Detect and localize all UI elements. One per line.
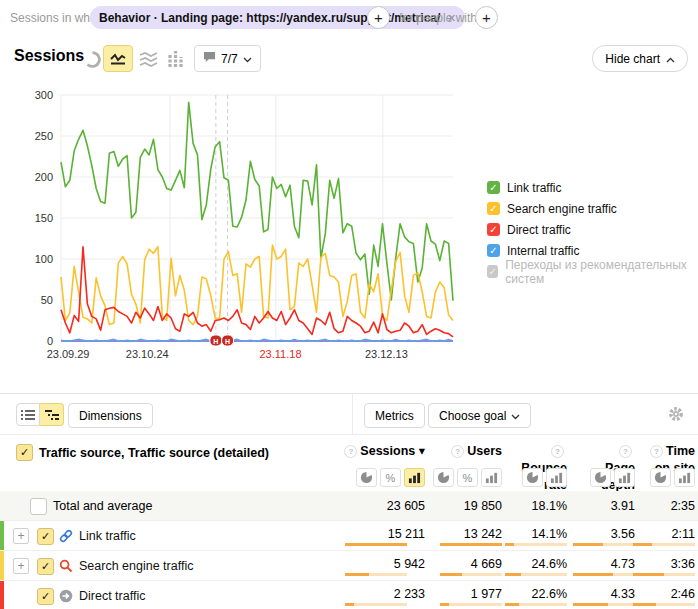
pie-chart-type-icon[interactable] xyxy=(84,51,104,67)
svg-text:200: 200 xyxy=(35,171,53,183)
plus-icon: + xyxy=(17,559,24,573)
percent-display-icon[interactable]: % xyxy=(380,468,401,487)
chevron-up-icon xyxy=(666,52,675,66)
legend-label: Link traffic xyxy=(507,181,561,195)
page-depth-display-toggles xyxy=(590,468,635,487)
svg-text:H: H xyxy=(213,338,218,345)
help-icon[interactable]: ? xyxy=(451,445,464,458)
legend-label: Переходы из рекомендательных систем xyxy=(505,258,698,286)
cell-sessions: 23 605 xyxy=(345,499,425,513)
add-people-condition-button[interactable]: + xyxy=(475,6,498,29)
legend-item-search-traffic[interactable]: ✓ Search engine traffic xyxy=(487,198,698,219)
select-all-checkbox[interactable]: ✓ xyxy=(16,444,33,461)
pie-display-icon[interactable] xyxy=(356,468,377,487)
bars-display-icon[interactable] xyxy=(614,468,635,487)
column-header-sessions[interactable]: ?Sessions ▾ xyxy=(339,443,425,460)
row-checkbox[interactable]: ✓ xyxy=(37,558,54,575)
cell-users: 19 850 xyxy=(422,499,502,513)
row-label[interactable]: Link traffic xyxy=(79,529,136,543)
bars-display-icon[interactable] xyxy=(481,468,502,487)
cell-bounce-rate: 18.1% xyxy=(517,499,567,513)
cell-bar xyxy=(573,573,635,576)
page-title: Sessions xyxy=(14,47,84,65)
legend-checkbox[interactable]: ✓ xyxy=(487,244,500,257)
pie-display-icon[interactable] xyxy=(522,468,543,487)
help-icon[interactable]: ? xyxy=(619,445,632,458)
line-chart-type-icon[interactable] xyxy=(103,45,133,72)
row-checkbox[interactable]: ✓ xyxy=(37,528,54,545)
cell-bounce-rate: 14.1% xyxy=(517,527,567,541)
cell-bar xyxy=(633,573,695,576)
pie-display-icon[interactable] xyxy=(650,468,671,487)
legend-item-link-traffic[interactable]: ✓ Link traffic xyxy=(487,177,698,198)
legend-checkbox[interactable]: ✓ xyxy=(487,202,500,215)
svg-text:150: 150 xyxy=(35,212,53,224)
cell-bar xyxy=(633,603,695,606)
tree-view-button[interactable] xyxy=(40,403,64,426)
cell-users: 1 977 xyxy=(422,587,502,601)
comment-icon xyxy=(203,51,216,66)
svg-text:100: 100 xyxy=(35,253,53,265)
metrics-button[interactable]: Metrics xyxy=(364,403,425,428)
cell-time-on-site: 2:11 xyxy=(645,527,695,541)
direct-icon xyxy=(59,589,73,606)
bars-display-icon[interactable] xyxy=(404,468,425,487)
row-checkbox[interactable]: ✓ xyxy=(37,588,54,605)
cell-page-depth: 3.91 xyxy=(591,499,635,513)
hide-chart-button[interactable]: Hide chart xyxy=(592,45,688,72)
bars-display-icon[interactable] xyxy=(674,468,695,487)
legend-checkbox[interactable]: ✓ xyxy=(487,181,500,194)
cell-page-depth: 4.73 xyxy=(591,557,635,571)
section-divider xyxy=(0,393,698,394)
expand-row-button[interactable]: + xyxy=(13,528,29,544)
chevron-down-icon xyxy=(243,52,252,66)
svg-text:250: 250 xyxy=(35,130,53,142)
choose-goal-dropdown[interactable]: Choose goal xyxy=(428,403,531,428)
svg-text:300: 300 xyxy=(35,89,53,101)
people-context-label: for people with xyxy=(399,11,477,25)
annotations-dropdown[interactable]: 7/7 xyxy=(194,45,261,72)
add-segment-condition-button[interactable]: + xyxy=(367,6,390,29)
cell-bar xyxy=(440,543,502,546)
row-checkbox[interactable] xyxy=(30,498,47,515)
sessions-line-chart[interactable]: 05010015020025030023.09.2923.10.2423.11.… xyxy=(6,86,466,362)
legend-checkbox[interactable]: ✓ xyxy=(487,223,500,236)
sort-desc-icon: ▾ xyxy=(419,444,425,458)
expand-row-button[interactable]: + xyxy=(13,558,29,574)
svg-text:23.11.18: 23.11.18 xyxy=(260,348,302,360)
row-label[interactable]: Search engine traffic xyxy=(79,559,193,573)
stacked-chart-type-icon[interactable] xyxy=(139,51,159,67)
help-icon[interactable]: ? xyxy=(551,445,564,458)
view-mode-switch xyxy=(16,403,64,426)
help-icon[interactable]: ? xyxy=(344,445,357,458)
bars-display-icon[interactable] xyxy=(546,468,567,487)
column-header-users[interactable]: ?Users xyxy=(442,443,502,460)
columns-chart-type-icon[interactable] xyxy=(167,51,187,67)
cell-time-on-site: 3:36 xyxy=(645,557,695,571)
row-color-strip xyxy=(0,521,4,550)
legend-checkbox: ✓ xyxy=(487,265,498,278)
svg-text:23.09.29: 23.09.29 xyxy=(47,348,90,360)
svg-text:50: 50 xyxy=(41,294,53,306)
link-icon xyxy=(59,529,73,546)
bounce-rate-display-toggles xyxy=(522,468,567,487)
gear-icon[interactable] xyxy=(668,406,684,422)
pie-display-icon[interactable] xyxy=(433,468,454,487)
cell-bar xyxy=(345,603,407,606)
legend-item-direct-traffic[interactable]: ✓ Direct traffic xyxy=(487,219,698,240)
dimensions-button[interactable]: Dimensions xyxy=(68,403,153,428)
help-icon[interactable]: ? xyxy=(650,445,663,458)
dimension-title[interactable]: Traffic source, Traffic source (detailed… xyxy=(39,446,269,460)
sessions-display-toggles: % xyxy=(356,468,425,487)
row-label[interactable]: Direct traffic xyxy=(79,589,145,603)
percent-display-icon[interactable]: % xyxy=(457,468,478,487)
legend-item-recommendation-systems: ✓ Переходы из рекомендательных систем xyxy=(487,261,698,282)
cell-time-on-site: 2:35 xyxy=(645,499,695,513)
annotations-count: 7/7 xyxy=(221,52,238,66)
legend-label: Direct traffic xyxy=(507,223,571,237)
pie-display-icon[interactable] xyxy=(590,468,611,487)
table-row-total: Total and average 23 605 19 850 18.1% 3.… xyxy=(0,491,698,521)
svg-text:0: 0 xyxy=(47,335,53,347)
cell-bounce-rate: 24.6% xyxy=(517,557,567,571)
list-view-button[interactable] xyxy=(16,403,40,426)
